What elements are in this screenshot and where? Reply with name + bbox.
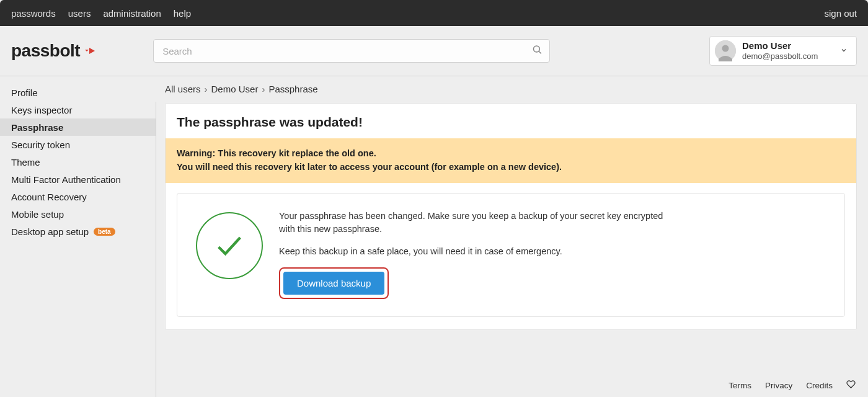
user-name: Demo User xyxy=(742,40,818,51)
sidebar-item-theme[interactable]: Theme xyxy=(0,153,156,171)
nav-passwords[interactable]: passwords xyxy=(11,8,56,19)
search-input[interactable] xyxy=(153,39,550,63)
success-check-icon xyxy=(196,212,263,279)
svg-point-3 xyxy=(722,45,729,52)
logo-text: passbolt xyxy=(11,41,80,61)
download-highlight: Download backup xyxy=(279,267,389,299)
footer-credits[interactable]: Credits xyxy=(806,381,833,390)
search-icon[interactable] xyxy=(532,45,542,58)
page-title: The passphrase was updated! xyxy=(166,104,856,138)
sidebar-item-label: Multi Factor Authentication xyxy=(11,174,121,185)
footer-terms[interactable]: Terms xyxy=(728,381,751,390)
sign-out-link[interactable]: sign out xyxy=(824,8,857,19)
main-content: All users › Demo User › Passphrase The p… xyxy=(156,76,868,330)
chevron-down-icon xyxy=(840,45,848,56)
vertical-divider xyxy=(156,102,156,397)
footer: Terms Privacy Credits xyxy=(728,375,868,397)
sidebar-item-passphrase[interactable]: Passphrase xyxy=(0,118,156,136)
sidebar-item-label: Mobile setup xyxy=(11,209,64,220)
warning-line: You will need this recovery kit later to… xyxy=(177,161,845,174)
breadcrumb-item[interactable]: Demo User xyxy=(211,84,259,94)
sidebar-item-desktop-app-setup[interactable]: Desktop app setupbeta xyxy=(0,223,156,240)
sidebar-item-multi-factor-authentication[interactable]: Multi Factor Authentication xyxy=(0,171,156,188)
breadcrumb-item: Passphrase xyxy=(268,84,317,94)
top-nav: passwords users administration help sign… xyxy=(0,0,868,26)
nav-administration[interactable]: administration xyxy=(103,8,161,19)
user-menu[interactable]: Demo User demo@passbolt.com xyxy=(709,36,857,66)
download-backup-button[interactable]: Download backup xyxy=(283,272,384,295)
sidebar-item-label: Desktop app setup xyxy=(11,226,89,237)
search-container xyxy=(153,39,550,63)
avatar xyxy=(715,40,736,61)
logo: passbolt xyxy=(11,41,97,61)
nav-users[interactable]: users xyxy=(68,8,91,19)
content-panel: The passphrase was updated! Warning: Thi… xyxy=(165,103,857,330)
sidebar-item-label: Passphrase xyxy=(11,122,63,133)
warning-banner: Warning: This recovery kit replace the o… xyxy=(166,138,856,183)
svg-line-1 xyxy=(539,51,541,54)
svg-point-0 xyxy=(534,46,540,52)
breadcrumb-item[interactable]: All users xyxy=(165,84,201,94)
sidebar-item-label: Profile xyxy=(11,87,38,98)
breadcrumb-separator: › xyxy=(205,84,208,94)
user-email: demo@passbolt.com xyxy=(742,51,818,61)
breadcrumb-separator: › xyxy=(262,84,265,94)
nav-help[interactable]: help xyxy=(174,8,191,19)
sidebar-item-keys-inspector[interactable]: Keys inspector xyxy=(0,101,156,118)
success-message: Keep this backup in a safe place, you wi… xyxy=(279,245,676,259)
logo-icon xyxy=(82,43,97,58)
sidebar-item-label: Account Recovery xyxy=(11,192,87,202)
breadcrumb: All users › Demo User › Passphrase xyxy=(165,84,857,94)
sidebar-item-account-recovery[interactable]: Account Recovery xyxy=(0,188,156,205)
heart-icon[interactable] xyxy=(846,380,856,391)
warning-line: Warning: This recovery kit replace the o… xyxy=(177,147,845,161)
success-card: Your passphrase has been changed. Make s… xyxy=(177,193,845,317)
sidebar-item-label: Security token xyxy=(11,140,70,150)
sidebar-item-mobile-setup[interactable]: Mobile setup xyxy=(0,205,156,223)
success-message: Your passphrase has been changed. Make s… xyxy=(279,210,676,237)
footer-privacy[interactable]: Privacy xyxy=(765,381,792,390)
beta-badge: beta xyxy=(94,228,115,236)
sidebar-item-security-token[interactable]: Security token xyxy=(0,136,156,153)
sidebar-item-label: Theme xyxy=(11,157,40,167)
sidebar-item-label: Keys inspector xyxy=(11,105,72,115)
sidebar: ProfileKeys inspectorPassphraseSecurity … xyxy=(0,76,156,330)
header-bar: passbolt Demo User demo@passbolt.com xyxy=(0,26,868,76)
sidebar-item-profile[interactable]: Profile xyxy=(0,84,156,101)
